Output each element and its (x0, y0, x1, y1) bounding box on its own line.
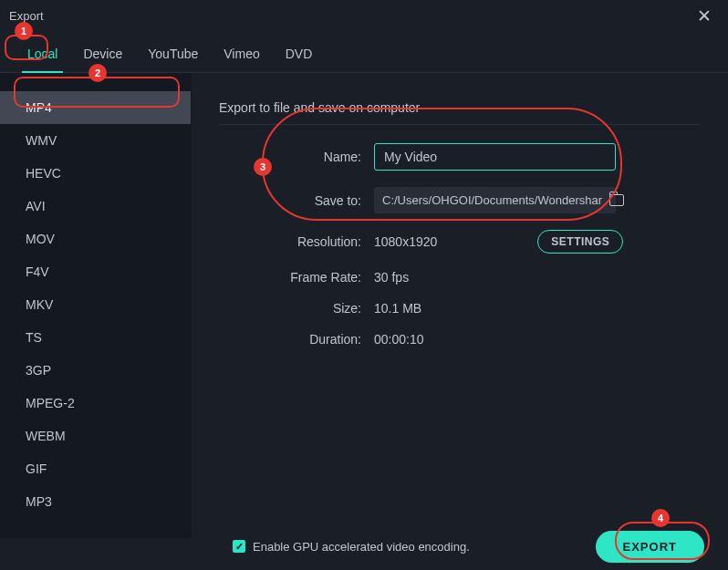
format-mpeg2[interactable]: MPEG-2 (0, 387, 191, 420)
checkbox-icon[interactable]: ✓ (233, 540, 245, 553)
resolution-value: 1080x1920 (374, 234, 437, 249)
format-3gp[interactable]: 3GP (0, 354, 191, 387)
format-f4v[interactable]: F4V (0, 255, 191, 288)
tab-youtube[interactable]: YouTube (135, 39, 211, 72)
titlebar: Export ✕ (0, 0, 728, 30)
size-label: Size: (219, 301, 374, 316)
gpu-checkbox-wrap[interactable]: ✓ Enable GPU accelerated video encoding. (233, 540, 470, 554)
window-title: Export (9, 9, 44, 23)
format-gif[interactable]: GIF (0, 452, 191, 485)
framerate-label: Frame Rate: (219, 270, 374, 285)
format-webm[interactable]: WEBM (0, 420, 191, 452)
format-hevc[interactable]: HEVC (0, 157, 191, 190)
format-avi[interactable]: AVI (0, 190, 191, 223)
format-sidebar: MP4 WMV HEVC AVI MOV F4V MKV TS 3GP MPEG… (0, 73, 192, 538)
format-ts[interactable]: TS (0, 321, 191, 354)
format-mov[interactable]: MOV (0, 223, 191, 255)
name-label: Name: (219, 150, 374, 164)
saveto-path[interactable]: C:/Users/OHGOI/Documents/Wondershar (374, 187, 616, 213)
export-tabs: Local Device YouTube Vimeo DVD (0, 30, 728, 73)
framerate-value: 30 fps (374, 270, 409, 285)
settings-button[interactable]: SETTINGS (537, 230, 623, 254)
size-value: 10.1 MB (374, 301, 421, 316)
tab-device[interactable]: Device (70, 39, 135, 72)
resolution-label: Resolution: (219, 234, 374, 249)
name-input[interactable] (374, 143, 616, 171)
tab-local[interactable]: Local (15, 39, 70, 72)
gpu-label: Enable GPU accelerated video encoding. (253, 540, 470, 554)
footer: ✓ Enable GPU accelerated video encoding.… (0, 523, 728, 570)
duration-label: Duration: (219, 332, 374, 347)
format-mp3[interactable]: MP3 (0, 485, 191, 518)
export-settings-panel: Export to file and save on computer Name… (192, 73, 728, 538)
folder-icon[interactable] (609, 194, 624, 206)
close-icon[interactable]: ✕ (692, 5, 717, 26)
format-mp4[interactable]: MP4 (0, 91, 191, 124)
format-mkv[interactable]: MKV (0, 288, 191, 321)
saveto-label: Save to: (219, 193, 374, 208)
duration-value: 00:00:10 (374, 332, 424, 347)
panel-description: Export to file and save on computer (219, 100, 701, 125)
saveto-value: C:/Users/OHGOI/Documents/Wondershar (382, 193, 602, 207)
tab-vimeo[interactable]: Vimeo (211, 39, 272, 72)
format-wmv[interactable]: WMV (0, 124, 191, 157)
export-button[interactable]: EXPORT (596, 531, 704, 563)
tab-dvd[interactable]: DVD (273, 39, 326, 72)
